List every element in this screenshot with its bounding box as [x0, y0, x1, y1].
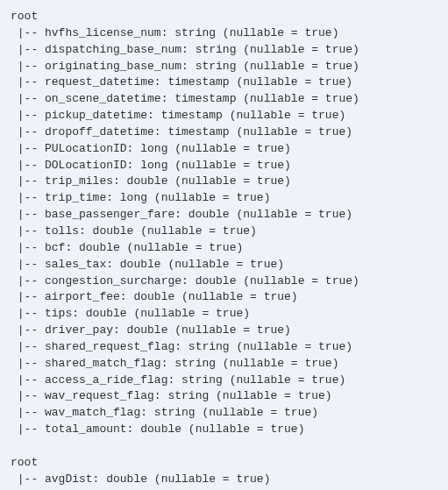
schema-output: root |-- hvfhs_license_num: string (null…: [0, 0, 448, 490]
